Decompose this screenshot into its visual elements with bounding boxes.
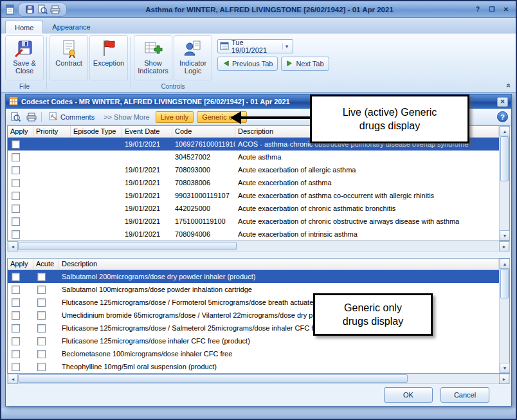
contract-label: Contract <box>55 59 82 67</box>
ribbon-collapse-icon[interactable]: » <box>504 84 513 88</box>
drugs-table-row[interactable]: Fluticasone 125micrograms/dose inhaler C… <box>8 334 499 347</box>
codes-table-row[interactable]: 19/01/2021708093000Acute exacerbation of… <box>8 163 499 176</box>
controls-group-label: Controls <box>161 83 185 92</box>
tab-home[interactable]: Home <box>5 21 43 33</box>
scroll-up-icon[interactable]: ▲ <box>500 126 510 136</box>
close-button[interactable]: ✕ <box>500 5 512 15</box>
date-picker[interactable]: Tue 19/01/2021 ▾ <box>217 39 293 53</box>
drugs-table-row[interactable]: Beclometasone 100micrograms/dose inhaler… <box>8 347 499 360</box>
codes-col-priority[interactable]: Priority <box>33 126 71 137</box>
svg-text:A: A <box>51 113 54 119</box>
scrollbar-thumb[interactable] <box>18 242 237 250</box>
apply-checkbox[interactable] <box>12 298 20 307</box>
apply-checkbox[interactable] <box>12 350 20 358</box>
scroll-left-icon[interactable]: ◄ <box>8 374 18 384</box>
acute-checkbox[interactable] <box>37 311 46 320</box>
show-more-button[interactable]: >> Show More <box>101 113 152 121</box>
save-icon[interactable] <box>24 4 35 15</box>
contract-button[interactable]: Contract <box>50 35 88 80</box>
scroll-down-icon[interactable]: ▼ <box>500 363 510 373</box>
print-icon[interactable] <box>50 4 61 15</box>
codes-col-code[interactable]: Code <box>172 126 235 137</box>
drugs-table: Apply Acute Description Salbutamol 200mi… <box>7 258 510 374</box>
exception-button[interactable]: Exception <box>89 35 128 80</box>
codes-table-row[interactable]: 304527002Acute asthma <box>8 151 499 163</box>
scroll-right-icon[interactable]: ► <box>499 374 509 384</box>
apply-checkbox[interactable] <box>12 286 20 294</box>
apply-checkbox[interactable] <box>12 166 20 174</box>
drugs-col-acute[interactable]: Acute <box>33 259 59 269</box>
acute-checkbox[interactable] <box>37 324 46 333</box>
window-titlebar: Asthma for WINTER, ALFRED LIVINGSTONE [2… <box>1 1 516 18</box>
print-preview-icon[interactable] <box>37 4 48 15</box>
codes-horizontal-scrollbar[interactable]: ◄ ► <box>7 241 510 251</box>
codes-col-episode-type[interactable]: Episode Type <box>71 126 122 137</box>
acute-checkbox[interactable] <box>37 286 46 294</box>
apply-checkbox[interactable] <box>12 153 20 161</box>
apply-checkbox[interactable] <box>12 205 20 213</box>
scroll-right-icon[interactable]: ► <box>499 241 509 251</box>
live-only-toggle[interactable]: Live only <box>156 111 194 123</box>
codes-vertical-scrollbar[interactable]: ▲ ▼ <box>499 126 509 241</box>
acute-checkbox[interactable] <box>37 337 46 345</box>
drugs-vertical-scrollbar[interactable]: ▲ ▼ <box>499 259 509 373</box>
codes-table-row[interactable]: 19/01/2021442025000Acute exacerbation of… <box>8 202 499 215</box>
dialog-help-icon[interactable]: ? <box>497 111 508 122</box>
dialog-footer: OK Cancel <box>6 384 511 406</box>
codes-table-row[interactable]: 19/01/2021708038006Acute exacerbation of… <box>8 176 499 189</box>
toolbar-separator <box>41 112 42 122</box>
codes-col-event-date[interactable]: Event Date <box>122 126 172 137</box>
scroll-left-icon[interactable]: ◄ <box>8 241 18 251</box>
apply-checkbox[interactable] <box>12 363 20 371</box>
apply-checkbox[interactable] <box>12 311 20 320</box>
show-indicators-label: Show Indicators <box>134 59 172 75</box>
date-picker-value: Tue 19/01/2021 <box>231 39 280 54</box>
scrollbar-thumb[interactable] <box>500 136 509 181</box>
drugs-col-description[interactable]: Description <box>59 259 499 269</box>
apply-checkbox[interactable] <box>12 337 20 345</box>
acute-checkbox[interactable] <box>37 350 46 358</box>
acute-checkbox[interactable] <box>37 298 46 307</box>
comments-button[interactable]: A Comments <box>45 111 98 123</box>
calendar-icon <box>220 41 229 51</box>
apply-checkbox[interactable] <box>12 179 20 187</box>
previous-tab-button[interactable]: Previous Tab <box>217 57 278 71</box>
help-button[interactable]: ? <box>472 5 484 15</box>
drugs-col-apply[interactable]: Apply <box>8 259 33 269</box>
apply-checkbox[interactable] <box>12 273 20 281</box>
codes-table-row[interactable]: 19/01/20211751000119100Acute exacerbatio… <box>8 215 499 228</box>
drugs-table-row[interactable]: Salbutamol 200micrograms/dose dry powder… <box>8 270 499 283</box>
scrollbar-thumb[interactable] <box>18 374 408 383</box>
drugs-horizontal-scrollbar[interactable]: ◄ ► <box>7 374 510 384</box>
apply-checkbox[interactable] <box>12 192 20 200</box>
tab-appearance[interactable]: Appearance <box>43 21 99 33</box>
acute-checkbox[interactable] <box>37 363 46 371</box>
codes-table-row[interactable]: 19/01/202199031000119107Acute exacerbati… <box>8 189 499 202</box>
scroll-up-icon[interactable]: ▲ <box>500 259 510 269</box>
acute-checkbox[interactable] <box>37 273 46 281</box>
show-indicators-button[interactable]: Show Indicators <box>134 35 172 80</box>
drugs-table-row[interactable]: Theophylline 10mg/5ml oral suspension (p… <box>8 360 499 373</box>
codes-table-row[interactable]: 19/01/2021708094006Acute exacerbation of… <box>8 228 499 241</box>
chevron-down-icon[interactable]: ▾ <box>282 43 291 50</box>
apply-checkbox[interactable] <box>12 217 20 226</box>
apply-checkbox[interactable] <box>12 140 20 149</box>
cancel-button[interactable]: Cancel <box>440 387 489 403</box>
codes-col-apply[interactable]: Apply <box>8 126 33 137</box>
previous-arrow-icon <box>222 60 230 68</box>
indicator-logic-label: Indicator Logic <box>174 59 212 75</box>
dialog-close-icon[interactable]: ✕ <box>497 97 508 107</box>
print-icon[interactable] <box>25 111 38 123</box>
apply-checkbox[interactable] <box>12 324 20 333</box>
ok-button[interactable]: OK <box>384 387 433 403</box>
scroll-down-icon[interactable]: ▼ <box>500 230 510 241</box>
indicator-logic-button[interactable]: Indicator Logic <box>174 35 212 80</box>
save-close-button[interactable]: Save & Close <box>5 35 44 80</box>
next-tab-button[interactable]: Next Tab <box>281 57 329 71</box>
restore-button[interactable]: ❐ <box>486 5 498 15</box>
save-close-label: Save & Close <box>6 59 43 75</box>
scrollbar-thumb[interactable] <box>500 269 509 298</box>
print-preview-icon[interactable] <box>9 111 22 123</box>
apply-checkbox[interactable] <box>12 230 20 239</box>
window-controls: ? ❐ ✕ <box>472 5 512 15</box>
